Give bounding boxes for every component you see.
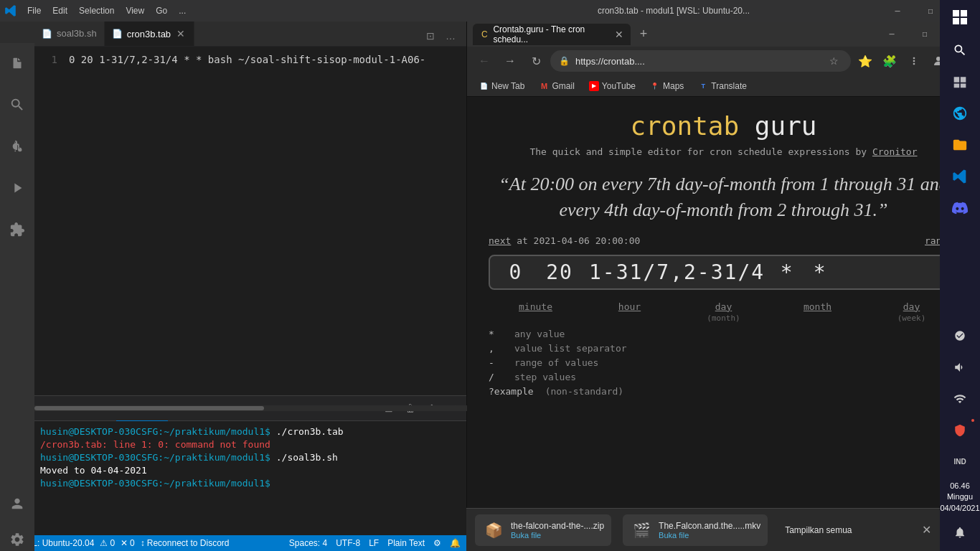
reload-button[interactable]: ↻	[524, 50, 547, 72]
file-explorer-icon[interactable]	[940, 129, 980, 161]
star-icon[interactable]: ☆	[825, 52, 842, 70]
status-eol-item[interactable]: LF	[369, 538, 379, 548]
terminal-body[interactable]: husin@DESKTOP-030CSFG:~/praktikum/modul1…	[0, 421, 466, 535]
activity-explorer-icon[interactable]	[0, 46, 34, 80]
legend-row-1: * any value	[489, 329, 958, 343]
browser-settings-button[interactable]	[903, 50, 925, 72]
clock-day: Minggu	[940, 491, 979, 502]
windows-start-button[interactable]	[940, 22, 980, 34]
bookmark-translate[interactable]: T Translate	[692, 77, 753, 95]
address-bar[interactable]: 🔒 https://crontab.... ☆	[550, 50, 851, 72]
menu-more[interactable]: ...	[173, 0, 192, 22]
browser-minimize-button[interactable]: ─	[875, 24, 908, 45]
col-label-month: month	[789, 301, 847, 323]
warning-icon: ⚠	[100, 538, 108, 548]
close-downloads-button[interactable]: ✕	[922, 523, 931, 537]
edge-browser-icon[interactable]	[940, 98, 980, 129]
tab-soal3b[interactable]: 📄 soal3b.sh	[34, 22, 105, 46]
cron-part-minute: 0	[501, 260, 530, 284]
address-bar-icons: ☆	[825, 52, 842, 70]
split-editor-button[interactable]: ⊡	[420, 26, 440, 46]
bookmark-maps[interactable]: 📍 Maps	[644, 77, 689, 95]
status-spaces-item[interactable]: Spaces: 4	[289, 538, 327, 548]
terminal-line-4: Moved to 04-04-2021	[40, 464, 461, 477]
win-line-icon[interactable]	[940, 320, 980, 352]
month-link[interactable]: month	[804, 301, 831, 312]
status-warnings-item[interactable]: ⚠ 0	[100, 538, 115, 548]
status-language-item[interactable]: Plain Text	[387, 538, 425, 548]
crontab-expression-input[interactable]: 0 20 1-31/7,2-31/4 * *	[489, 255, 958, 290]
next-link[interactable]: next	[489, 235, 511, 246]
hour-link[interactable]: hour	[618, 301, 641, 312]
windows-taskbar-bottom: IND 06.46 Minggu 04/04/2021	[940, 320, 980, 551]
menu-bar[interactable]: File Edit Selection View Go ...	[22, 0, 192, 22]
tab-close-button[interactable]: ✕	[175, 27, 187, 41]
activity-settings-icon[interactable]	[0, 522, 34, 551]
bookmark-gmail[interactable]: M Gmail	[533, 77, 580, 95]
cronitor-link[interactable]: Cronitor	[872, 146, 918, 157]
status-settings-icon[interactable]: ⚙	[433, 538, 441, 548]
status-bell-icon[interactable]: 🔔	[450, 538, 461, 548]
tab-label-soal3b: soal3b.sh	[57, 28, 97, 39]
activity-bar	[0, 43, 34, 551]
clock-date: 04/04/2021	[940, 503, 979, 514]
title-cron: crontab	[630, 111, 739, 141]
download-action-2[interactable]: Buka file	[659, 531, 760, 540]
more-actions-button[interactable]: …	[440, 26, 461, 46]
download-action-1[interactable]: Buka file	[511, 531, 604, 540]
menu-file[interactable]: File	[22, 0, 47, 22]
browser-maximize-button[interactable]: □	[908, 24, 941, 45]
menu-view[interactable]: View	[120, 0, 150, 22]
back-button[interactable]: ←	[473, 50, 496, 72]
minute-link[interactable]: minute	[519, 301, 552, 312]
tab-cron3b[interactable]: 📄 cron3b.tab ✕	[105, 22, 194, 46]
bookmark-favicon-translate: T	[698, 81, 708, 91]
status-encoding-item[interactable]: UTF-8	[336, 538, 360, 548]
dom-link[interactable]: day	[715, 301, 732, 312]
legend-row-3: - range of values	[489, 357, 958, 372]
browser-tab-active[interactable]: C Crontab.guru - The cron schedu... ✕	[473, 24, 631, 45]
download-item-2: 🎬 The.Falcon.and.the.....mkv Buka file	[623, 514, 768, 546]
win-security-icon[interactable]	[940, 415, 980, 446]
menu-go[interactable]: Go	[150, 0, 173, 22]
menu-edit[interactable]: Edit	[47, 0, 73, 22]
vscode-taskbar-icon[interactable]	[940, 161, 980, 192]
menu-selection[interactable]: Selection	[73, 0, 120, 22]
bookmark-label-youtube: YouTube	[602, 81, 636, 91]
forward-button[interactable]: →	[499, 50, 522, 72]
extensions-button[interactable]: 🧩	[878, 50, 901, 72]
bookmark-youtube[interactable]: ▶ YouTube	[583, 77, 641, 95]
new-tab-button[interactable]: +	[633, 24, 654, 44]
terminal-line-2: /cron3b.tab: line 1: 0: command not foun…	[40, 438, 461, 451]
browser-tab-close-button[interactable]: ✕	[615, 29, 623, 40]
win-keyboard-icon[interactable]: IND	[940, 446, 980, 478]
browser-tab-title: Crontab.guru - The cron schedu...	[493, 24, 608, 44]
activity-search-icon[interactable]	[0, 88, 34, 122]
status-discord-item[interactable]: ↕ Reconnect to Discord	[141, 538, 230, 548]
bookmark-new-tab[interactable]: 📄 New Tab	[473, 77, 530, 95]
download-bar: 📦 the-falcon-and-the-....zip Buka file 🎬…	[466, 508, 940, 551]
discord-taskbar-icon[interactable]	[940, 192, 980, 224]
title-guru: guru	[755, 111, 817, 141]
minimize-button[interactable]: ─	[881, 0, 914, 22]
collections-button[interactable]: ⭐	[854, 50, 877, 72]
cron-part-month: *	[776, 260, 798, 284]
status-errors-item[interactable]: ✕ 0	[121, 538, 135, 548]
activity-git-icon[interactable]	[0, 129, 34, 164]
cron-part-dow: *	[809, 260, 831, 284]
dom-sub: (month)	[707, 314, 740, 323]
browser-bookmarks-bar: 📄 New Tab M Gmail ▶ YouTube 📍 Maps	[467, 75, 980, 97]
show-all-downloads-button[interactable]: Tampilkan semua	[779, 522, 857, 538]
win-network-icon[interactable]	[940, 383, 980, 415]
editor-line-1: 1 0 20 1-31/7,2-31/4 * * bash ~/soal-shi…	[34, 52, 466, 66]
dow-link[interactable]: day	[903, 301, 920, 312]
activity-run-icon[interactable]	[0, 171, 34, 205]
activity-account-icon[interactable]	[0, 486, 34, 521]
windows-search-button[interactable]	[940, 34, 980, 66]
terminal-line-5: husin@DESKTOP-030CSFG:~/praktikum/modul1…	[40, 477, 461, 490]
activity-extensions-icon[interactable]	[0, 212, 34, 247]
win-volume-icon[interactable]	[940, 352, 980, 383]
tab-label-cron3b: cron3b.tab	[127, 29, 171, 39]
windows-taskview-button[interactable]	[940, 66, 980, 98]
win-notifications-icon[interactable]	[940, 517, 980, 548]
